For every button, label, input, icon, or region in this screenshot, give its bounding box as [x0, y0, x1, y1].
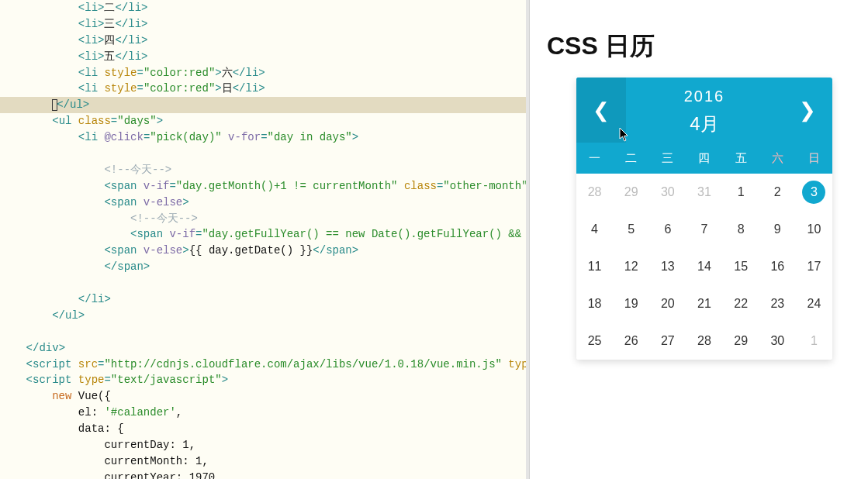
code-line[interactable]: <li>三</li>	[0, 16, 526, 33]
calendar-month: 4月	[626, 112, 783, 136]
calendar-day[interactable]: 4	[576, 211, 613, 248]
calendar-day[interactable]: 29	[723, 322, 759, 360]
calendar-day[interactable]: 1	[796, 322, 832, 360]
weekday-label: 三	[649, 151, 686, 166]
calendar-title: 2016 4月	[626, 84, 783, 136]
calendar-day[interactable]: 21	[686, 285, 722, 322]
calendar-day[interactable]: 17	[796, 248, 832, 285]
code-line[interactable]: <span v-else>{{ day.getDate() }}</span>	[0, 243, 526, 259]
calendar-day[interactable]: 29	[613, 174, 649, 211]
page-title: CSS 日历	[547, 29, 868, 64]
code-line[interactable]: el: '#calander',	[0, 405, 526, 421]
calendar-day[interactable]: 31	[686, 174, 722, 211]
calendar-day[interactable]: 30	[649, 174, 686, 211]
code-line[interactable]: <li style="color:red">六</li>	[0, 65, 526, 81]
calendar-day[interactable]: 30	[759, 322, 796, 360]
code-line[interactable]	[0, 275, 526, 291]
calendar-day[interactable]: 1	[723, 174, 759, 211]
code-line[interactable]	[0, 324, 526, 340]
calendar-day[interactable]: 6	[649, 211, 686, 248]
calendar-day[interactable]: 14	[686, 248, 722, 285]
code-line[interactable]: <li @click="pick(day)" v-for="day in day…	[0, 129, 526, 146]
calendar-day[interactable]: 8	[723, 211, 759, 248]
calendar-day[interactable]: 15	[723, 248, 759, 285]
calendar-day[interactable]: 10	[796, 211, 832, 248]
calendar-day[interactable]: 28	[576, 174, 613, 211]
calendar-day[interactable]: 18	[576, 285, 613, 322]
code-line[interactable]: <ul class="days">	[0, 113, 526, 129]
code-line[interactable]: currentYear: 1970,	[0, 470, 526, 479]
preview-pane: CSS 日历 ❮ 2016 4月 ❯ 一二三四五六日 2829303112345…	[530, 0, 868, 479]
calendar-day[interactable]: 13	[649, 248, 686, 285]
code-editor[interactable]: <li>二</li> <li>三</li> <li>四</li> <li>五</…	[0, 0, 526, 479]
calendar-year: 2016	[626, 84, 783, 105]
code-line[interactable]: new Vue({	[0, 388, 526, 405]
code-line[interactable]: <li>二</li>	[0, 0, 526, 16]
calendar-day[interactable]: 28	[686, 322, 722, 360]
weekday-label: 四	[686, 151, 722, 166]
weekday-label: 一	[576, 151, 613, 166]
next-month-button[interactable]: ❯	[783, 78, 832, 143]
code-line[interactable]: </div>	[0, 340, 526, 357]
code-line[interactable]: currentDay: 1,	[0, 437, 526, 453]
code-line[interactable]: currentMonth: 1,	[0, 453, 526, 470]
calendar-header: ❮ 2016 4月 ❯	[576, 78, 832, 143]
calendar-day[interactable]: 12	[613, 248, 649, 285]
prev-month-button[interactable]: ❮	[576, 78, 626, 143]
calendar-day[interactable]: 20	[649, 285, 686, 322]
code-line[interactable]: <li style="color:red">日</li>	[0, 81, 526, 97]
code-line[interactable]: <span v-if="day.getMonth()+1 != currentM…	[0, 178, 526, 195]
calendar-day[interactable]: 26	[613, 322, 649, 360]
calendar-day[interactable]: 2	[759, 174, 796, 211]
calendar-day[interactable]: 25	[576, 322, 613, 360]
calendar-day[interactable]: 7	[686, 211, 722, 248]
code-line[interactable]: </li>	[0, 291, 526, 308]
calendar-day[interactable]: 23	[759, 285, 796, 322]
code-line[interactable]	[0, 146, 526, 162]
code-line[interactable]: <li>五</li>	[0, 49, 526, 65]
code-line[interactable]: <span v-if="day.getFullYear() == new Dat…	[0, 226, 526, 243]
code-line[interactable]: </span>	[0, 259, 526, 275]
weekday-label: 五	[723, 151, 759, 166]
calendar-day[interactable]: 24	[796, 285, 832, 322]
weekday-label: 二	[613, 151, 649, 166]
calendar-day[interactable]: 9	[759, 211, 796, 248]
calendar-widget: ❮ 2016 4月 ❯ 一二三四五六日 28293031123456789101…	[576, 78, 832, 360]
calendar-day[interactable]: 19	[613, 285, 649, 322]
calendar-day[interactable]: 22	[723, 285, 759, 322]
weekday-label: 六	[759, 151, 796, 166]
code-line[interactable]: data: {	[0, 421, 526, 437]
code-line[interactable]: <span v-else>	[0, 195, 526, 211]
code-line[interactable]: <!--今天-->	[0, 211, 526, 227]
calendar-day[interactable]: 11	[576, 248, 613, 285]
calendar-day[interactable]: 3	[796, 174, 832, 211]
code-line[interactable]: </ul>	[0, 308, 526, 324]
today-marker: 3	[802, 181, 825, 204]
code-line[interactable]: <script src="http://cdnjs.cloudflare.com…	[0, 357, 526, 373]
weekday-label: 日	[796, 151, 832, 166]
code-line[interactable]: <script type="text/javascript">	[0, 372, 526, 388]
calendar-day[interactable]: 16	[759, 248, 796, 285]
code-line[interactable]: <li>四</li>	[0, 33, 526, 49]
calendar-weekdays: 一二三四五六日	[576, 143, 832, 174]
calendar-day[interactable]: 5	[613, 211, 649, 248]
code-line[interactable]: </ul>	[0, 97, 526, 113]
calendar-days: 2829303112345678910111213141516171819202…	[576, 174, 832, 360]
calendar-day[interactable]: 27	[649, 322, 686, 360]
code-line[interactable]: <!--今天-->	[0, 162, 526, 178]
